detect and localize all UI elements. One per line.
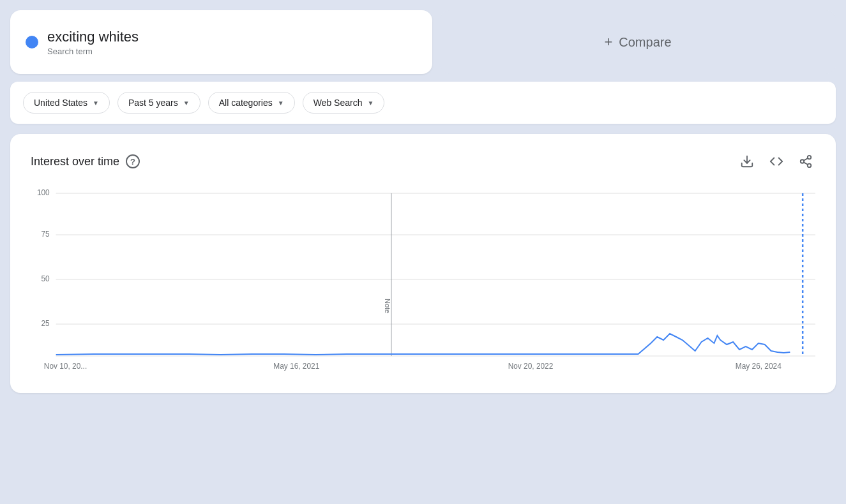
x-label-4: May 26, 2024 bbox=[736, 362, 782, 371]
search-term-label: Search term bbox=[47, 47, 139, 56]
location-chevron-icon: ▼ bbox=[93, 100, 99, 107]
data-line-segment2 bbox=[391, 334, 790, 354]
y-label-100: 100 bbox=[37, 188, 50, 197]
location-filter-label: United States bbox=[34, 98, 87, 108]
search-term-text: exciting whites bbox=[47, 29, 139, 45]
note-text: Note bbox=[384, 299, 391, 313]
compare-label: Compare bbox=[619, 35, 671, 50]
x-label-3: Nov 20, 2022 bbox=[508, 362, 554, 371]
x-label-1: Nov 10, 20... bbox=[44, 362, 87, 371]
help-icon[interactable]: ? bbox=[126, 154, 140, 168]
svg-line-4 bbox=[804, 162, 808, 165]
chart-actions bbox=[737, 152, 815, 171]
time-filter-label: Past 5 years bbox=[128, 98, 178, 108]
search-type-filter-label: Web Search bbox=[313, 98, 363, 108]
chart-area: 100 75 50 25 Note Nov 10, 20... May 16, bbox=[31, 184, 815, 375]
chart-svg: 100 75 50 25 Note Nov 10, 20... May 16, bbox=[31, 184, 815, 375]
y-label-50: 50 bbox=[42, 274, 50, 283]
chart-title: Interest over time bbox=[31, 155, 119, 168]
compare-card[interactable]: + Compare bbox=[440, 10, 836, 74]
search-dot-indicator bbox=[26, 36, 38, 48]
compare-plus-icon: + bbox=[604, 34, 612, 50]
embed-button[interactable] bbox=[767, 152, 786, 171]
time-filter[interactable]: Past 5 years ▼ bbox=[117, 92, 200, 114]
time-chevron-icon: ▼ bbox=[183, 100, 190, 107]
location-filter[interactable]: United States ▼ bbox=[23, 92, 110, 114]
filters-row: United States ▼ Past 5 years ▼ All categ… bbox=[10, 82, 836, 124]
y-label-25: 25 bbox=[42, 319, 50, 328]
y-label-75: 75 bbox=[42, 230, 50, 239]
svg-line-5 bbox=[804, 158, 808, 161]
x-label-2: May 16, 2021 bbox=[273, 362, 319, 371]
chart-header: Interest over time ? bbox=[31, 152, 815, 171]
search-type-chevron-icon: ▼ bbox=[367, 100, 374, 107]
categories-filter[interactable]: All categories ▼ bbox=[208, 92, 295, 114]
search-term-card: exciting whites Search term bbox=[10, 10, 432, 74]
chart-title-group: Interest over time ? bbox=[31, 154, 140, 168]
search-info: exciting whites Search term bbox=[47, 29, 139, 56]
search-type-filter[interactable]: Web Search ▼ bbox=[303, 92, 385, 114]
categories-chevron-icon: ▼ bbox=[278, 100, 284, 107]
interest-over-time-card: Interest over time ? bbox=[10, 134, 836, 393]
download-button[interactable] bbox=[737, 152, 757, 171]
data-line-segment1 bbox=[56, 354, 391, 355]
share-button[interactable] bbox=[796, 152, 815, 171]
categories-filter-label: All categories bbox=[219, 98, 273, 108]
